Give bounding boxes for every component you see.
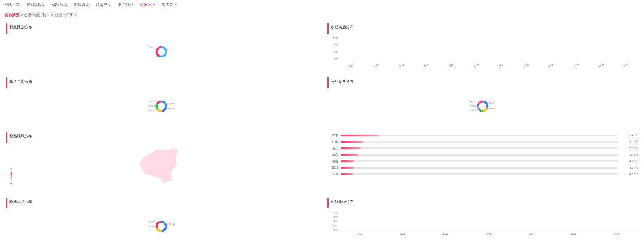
chart-gender[interactable]: 男 55%女 45% (6, 37, 317, 67)
tab-2[interactable]: 编程数据 (52, 2, 67, 8)
region-row: 广东13.82% (327, 133, 638, 138)
region-row: 山东6.47% (327, 153, 638, 157)
svg-text:华为 20%: 华为 20% (488, 103, 494, 105)
region-row: 浙江7.15% (327, 146, 638, 150)
region-row: 江苏8.13% (327, 140, 638, 144)
svg-text:0-18岁 14%: 0-18岁 14% (148, 101, 156, 102)
chart-level[interactable]: 0%10%20%30%40%Lv.0Lv.1Lv.2Lv.3Lv.4Lv.5Lv… (327, 211, 638, 238)
svg-text:普通会员 22%: 普通会员 22% (167, 223, 175, 225)
region-row: 河南4.83% (327, 159, 638, 163)
breadcrumb: 当前摘要 > 粉丝粉丝分析 > 粉丝重点APP来 (0, 10, 644, 20)
panel-title: 粉丝性别分布 (6, 23, 317, 34)
svg-text:年费大会员 30%: 年费大会员 30% (148, 225, 159, 227)
chart-region-bars[interactable]: 广东13.82%江苏8.13%浙江7.15%山东6.47%河南4.83%四川4.… (327, 132, 638, 178)
breadcrumb-leaf: 粉丝重点APP来 (51, 13, 77, 17)
svg-text:OPPO 14%: OPPO 14% (470, 105, 477, 107)
svg-text:女 45%: 女 45% (167, 48, 171, 50)
panel-device: 粉丝设备分布 Apple 30%华为 20%OPPO 14%vivo 12%Xi… (326, 74, 640, 129)
china-map-icon (137, 147, 186, 185)
svg-text:非会员 48%: 非会员 48% (148, 221, 156, 223)
map-legend: 高 低 (10, 167, 12, 186)
panel-region-map: 粉丝地域分布 高 低 (5, 129, 318, 195)
svg-text:19-24岁 34%: 19-24岁 34% (167, 103, 175, 105)
panel-title: 粉丝设备分布 (327, 78, 638, 88)
chart-region-map[interactable]: 高 低 (6, 146, 317, 187)
breadcrumb-mid[interactable]: 粉丝粉丝分析 (24, 13, 46, 17)
tab-bar: 令狐一克代码库数据编程数据测试合伙商贸算法批门知识粉丝分析滑雪分析 (0, 0, 644, 10)
svg-text:Apple 30%: Apple 30% (470, 101, 476, 102)
svg-text:25-30岁 18%: 25-30岁 18% (148, 105, 156, 107)
region-row: 四川4.62% (327, 166, 638, 170)
chart-device[interactable]: Apple 30%华为 20%OPPO 14%vivo 12%Xiaomi 10… (327, 91, 638, 121)
chart-member[interactable]: 非会员 48%普通会员 22%年费大会员 30% (6, 211, 317, 242)
panel-gender: 粉丝性别分布 男 55%女 45% (5, 20, 318, 74)
panel-member: 粉丝会员分布 非会员 48%普通会员 22%年费大会员 30% (5, 195, 318, 248)
panel-title: 粉丝年龄分布 (6, 78, 317, 88)
panel-title: 粉丝会员分布 (6, 198, 317, 208)
region-row: 上海4.38% (327, 172, 638, 176)
chart-interest[interactable]: 0%4%8%12%电商电影音乐美食综艺影视游戏情感知识生活漫画动漫 (327, 37, 638, 67)
panel-level: 粉丝等级分布 0%10%20%30%40%Lv.0Lv.1Lv.2Lv.3Lv.… (326, 195, 640, 248)
panel-title: 粉丝等级分布 (327, 198, 638, 208)
tab-7[interactable]: 滑雪分析 (162, 2, 177, 8)
panel-title: 粉丝兴趣分布 (327, 23, 638, 34)
breadcrumb-root[interactable]: 当前摘要 (5, 13, 20, 17)
panel-title: 粉丝地域分布 (6, 132, 317, 143)
svg-text:vivo 12%: vivo 12% (488, 108, 494, 109)
panel-age: 粉丝年龄分布 0-18岁 14%19-24岁 34%25-30岁 18%31-4… (5, 74, 318, 129)
svg-text:31-40岁 18%: 31-40岁 18% (167, 107, 175, 109)
panel-region-bars: 广东13.82%江苏8.13%浙江7.15%山东6.47%河南4.83%四川4.… (326, 129, 640, 195)
svg-text:其他 14%: 其他 14% (488, 101, 494, 102)
tab-0[interactable]: 令狐一克 (5, 2, 20, 8)
panel-interest: 粉丝兴趣分布 0%4%8%12%电商电影音乐美食综艺影视游戏情感知识生活漫画动漫 (326, 20, 640, 74)
tab-1[interactable]: 代码库数据 (26, 2, 45, 8)
svg-text:Xiaomi 10%: Xiaomi 10% (470, 110, 477, 112)
chart-age[interactable]: 0-18岁 14%19-24岁 34%25-30岁 18%31-40岁 18%4… (6, 91, 317, 121)
tab-6[interactable]: 粉丝分析 (140, 2, 155, 8)
tab-3[interactable]: 测试合伙 (74, 2, 89, 8)
svg-text:40岁以上 16%: 40岁以上 16% (148, 110, 158, 112)
svg-text:男 55%: 男 55% (148, 46, 153, 48)
tab-5[interactable]: 批门知识 (118, 2, 133, 8)
tab-4[interactable]: 商贸算法 (96, 2, 111, 8)
